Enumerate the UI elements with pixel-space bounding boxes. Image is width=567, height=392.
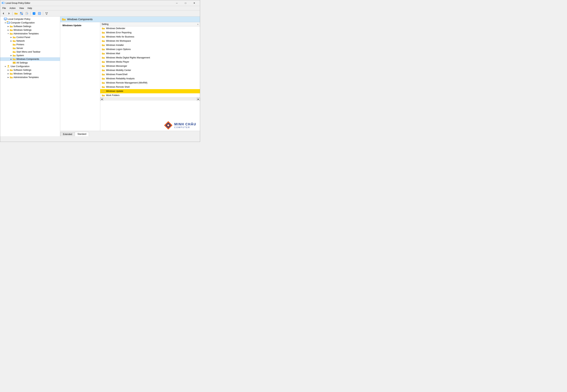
settings-panel[interactable]: Setting ∧ Windows Defender bbox=[100, 22, 200, 131]
right-panel: Windows Components Windows Update Settin… bbox=[60, 16, 200, 136]
setting-row-windows-error-reporting[interactable]: Windows Error Reporting bbox=[100, 30, 200, 35]
tree-label-windows-components: Windows Components bbox=[16, 58, 39, 60]
setting-row-windows-powershell[interactable]: Windows PowerShell bbox=[100, 72, 200, 77]
right-header-folder-icon bbox=[62, 18, 66, 21]
tree-item-computer-configuration[interactable]: ▼ Computer Configuration bbox=[0, 21, 60, 25]
setting-row-work-folders[interactable]: Work Folders bbox=[100, 93, 200, 98]
setting-row-windows-logon[interactable]: Windows Logon Options bbox=[100, 47, 200, 52]
expander-printers bbox=[10, 43, 13, 46]
svg-rect-27 bbox=[7, 22, 10, 23]
forward-button[interactable] bbox=[6, 11, 12, 16]
expander-windows-settings[interactable]: ▶ bbox=[7, 28, 10, 31]
horizontal-scrollbar[interactable]: ◀ ▶ bbox=[100, 98, 200, 101]
expander-system[interactable]: ▶ bbox=[10, 54, 13, 57]
hscroll-left-button[interactable]: ◀ bbox=[100, 98, 103, 101]
tree-item-system[interactable]: ▶ System bbox=[0, 54, 60, 57]
show-hide-button[interactable] bbox=[19, 11, 24, 16]
computer-config-icon bbox=[7, 21, 10, 24]
hscroll-area: ◀ ▶ bbox=[100, 98, 200, 101]
help-button[interactable]: ? bbox=[31, 11, 37, 16]
menu-view[interactable]: View bbox=[18, 7, 26, 10]
label-windows-update: Windows Update bbox=[106, 90, 123, 92]
folder-icon-windows-messenger bbox=[102, 65, 105, 68]
right-content: Windows Update Setting ∧ Windo bbox=[60, 22, 200, 131]
folder-icon-windows-hello bbox=[102, 35, 105, 38]
properties-button[interactable] bbox=[37, 11, 42, 16]
tree-item-start-menu[interactable]: Start Menu and Taskbar bbox=[0, 50, 60, 54]
tree-label-user-windows-settings: Windows Settings bbox=[14, 72, 31, 75]
expander-user-windows[interactable]: ▶ bbox=[7, 72, 10, 75]
tree-item-user-software-settings[interactable]: ▶ Software Settings bbox=[0, 68, 60, 72]
expander-control-panel[interactable]: ▶ bbox=[10, 36, 13, 39]
close-button[interactable]: ✕ bbox=[190, 0, 198, 6]
label-windows-remote-mgmt: Windows Remote Management (WinRM) bbox=[106, 82, 147, 84]
tree-label-printers: Printers bbox=[16, 43, 24, 46]
tab-extended[interactable]: Extended bbox=[60, 132, 75, 136]
tree-item-network[interactable]: ▶ Network bbox=[0, 39, 60, 43]
expander-admin-templates[interactable]: ▼ bbox=[7, 32, 10, 35]
tree-item-local-computer-policy[interactable]: Local Computer Policy bbox=[0, 17, 60, 21]
tree-item-windows-settings[interactable]: ▶ Windows Settings bbox=[0, 28, 60, 32]
setting-row-windows-remote-mgmt[interactable]: Windows Remote Management (WinRM) bbox=[100, 81, 200, 85]
tab-standard[interactable]: Standard bbox=[75, 132, 89, 136]
svg-rect-25 bbox=[5, 20, 6, 20]
tree-label-server: Server bbox=[16, 47, 23, 49]
export-button[interactable] bbox=[24, 11, 29, 16]
label-windows-mobility: Windows Mobility Center bbox=[106, 69, 131, 71]
tree-item-user-windows-settings[interactable]: ▶ Windows Settings bbox=[0, 72, 60, 75]
setting-row-windows-mail[interactable]: Windows Mail bbox=[100, 52, 200, 56]
toolbar-separator-1 bbox=[12, 12, 13, 15]
hscroll-right-button[interactable]: ▶ bbox=[197, 98, 200, 101]
setting-row-windows-installer[interactable]: Windows Installer bbox=[100, 43, 200, 47]
computer-icon bbox=[4, 18, 7, 21]
tree-item-control-panel[interactable]: ▶ Control Panel bbox=[0, 35, 60, 39]
filter-button[interactable] bbox=[44, 11, 49, 16]
menu-action[interactable]: Action bbox=[8, 7, 17, 10]
svg-rect-24 bbox=[5, 20, 6, 20]
tree-item-user-admin-templates[interactable]: ▶ Administrative Templates bbox=[0, 75, 60, 79]
maximize-button[interactable]: □ bbox=[181, 0, 190, 6]
tree-label-administrative-templates: Administrative Templates bbox=[14, 32, 39, 35]
svg-rect-28 bbox=[7, 21, 8, 22]
tree-item-software-settings[interactable]: ▶ Software Settings bbox=[0, 25, 60, 28]
minimize-button[interactable]: ─ bbox=[173, 0, 181, 6]
setting-row-windows-remote-shell[interactable]: Windows Remote Shell bbox=[100, 85, 200, 89]
expander-user-admin[interactable]: ▶ bbox=[7, 76, 10, 79]
tree-item-server[interactable]: Server bbox=[0, 46, 60, 50]
back-button[interactable] bbox=[1, 11, 6, 16]
svg-rect-17 bbox=[39, 13, 39, 13]
menu-help[interactable]: Help bbox=[26, 7, 34, 10]
tree-item-all-settings[interactable]: All Settings bbox=[0, 61, 60, 65]
label-windows-ink: Windows Ink Workspace bbox=[106, 40, 131, 42]
tree-item-windows-components[interactable]: ▶ Windows Components bbox=[0, 57, 60, 61]
folder-button[interactable] bbox=[14, 11, 19, 16]
expander-software-settings[interactable]: ▶ bbox=[7, 25, 10, 28]
setting-row-windows-messenger[interactable]: Windows Messenger bbox=[100, 64, 200, 68]
expander-network[interactable]: ▶ bbox=[10, 40, 13, 42]
tree-item-administrative-templates[interactable]: ▼ Administrative Templates bbox=[0, 32, 60, 35]
folder-icon-user-windows bbox=[10, 72, 13, 75]
setting-row-windows-mobility[interactable]: Windows Mobility Center bbox=[100, 68, 200, 72]
setting-row-windows-media-player[interactable]: Windows Media Player bbox=[100, 60, 200, 64]
folder-icon-start-menu bbox=[13, 50, 16, 53]
expander-user-software[interactable]: ▶ bbox=[7, 69, 10, 71]
expander-computer-config[interactable]: ▼ bbox=[4, 21, 7, 24]
label-windows-error-reporting: Windows Error Reporting bbox=[106, 31, 132, 34]
hscroll-track[interactable] bbox=[103, 98, 197, 101]
setting-row-windows-media-drm[interactable]: Windows Media Digital Rights Management bbox=[100, 56, 200, 60]
expander-user-config[interactable]: ▼ bbox=[4, 65, 7, 68]
expander-windows-components[interactable]: ▶ bbox=[10, 58, 13, 61]
tree-item-user-configuration[interactable]: ▼ User Configuration bbox=[0, 65, 60, 68]
setting-row-windows-hello[interactable]: Windows Hello for Business bbox=[100, 35, 200, 39]
menu-file[interactable]: File bbox=[1, 7, 7, 10]
setting-row-windows-update[interactable]: Windows Update bbox=[100, 89, 200, 93]
setting-row-windows-defender[interactable]: Windows Defender bbox=[100, 26, 200, 30]
expander-all-settings bbox=[10, 61, 13, 64]
setting-row-windows-reliability[interactable]: Windows Reliability Analysis bbox=[100, 77, 200, 81]
settings-column-header[interactable]: Setting ∧ bbox=[100, 22, 200, 26]
title-bar: Local Group Policy Editor ─ □ ✕ bbox=[0, 0, 200, 6]
title-bar-left: Local Group Policy Editor bbox=[2, 2, 30, 5]
svg-rect-6 bbox=[22, 12, 23, 13]
tree-item-printers[interactable]: Printers bbox=[0, 43, 60, 46]
setting-row-windows-ink[interactable]: Windows Ink Workspace bbox=[100, 39, 200, 43]
